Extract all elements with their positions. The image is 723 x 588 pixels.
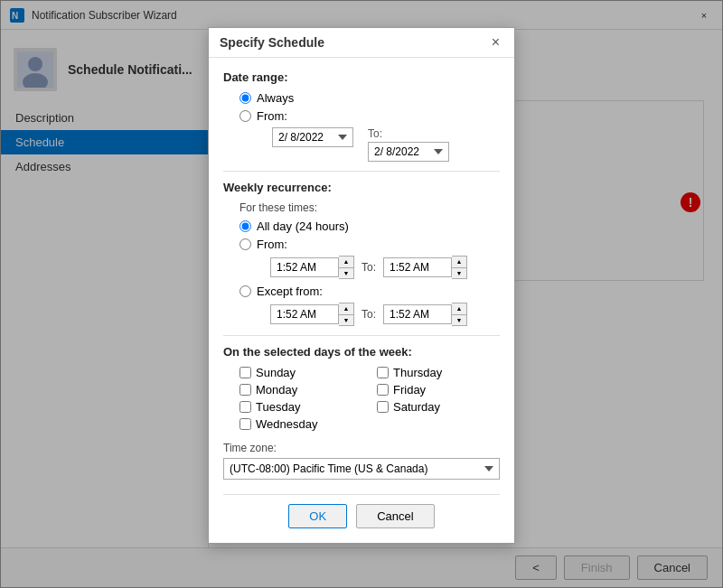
to-time-up[interactable]: ▲ <box>452 257 466 267</box>
to-time-down[interactable]: ▼ <box>452 267 466 278</box>
days-grid: Sunday Thursday Monday Friday <box>223 366 500 431</box>
to-time-spinner: ▲ ▼ <box>452 256 467 279</box>
monday-row: Monday <box>239 383 362 397</box>
monday-label: Monday <box>256 383 297 397</box>
from-radio[interactable] <box>239 110 251 122</box>
except-from-time-input[interactable] <box>270 304 339 324</box>
all-day-radio-row: All day (24 hours) <box>223 219 500 233</box>
for-these-times-label: For these times: <box>223 201 500 214</box>
except-from-time-spinner: ▲ ▼ <box>339 303 354 326</box>
ok-button[interactable]: OK <box>288 504 347 528</box>
except-to-time-input-wrap: ▲ ▼ <box>383 303 467 326</box>
friday-row: Friday <box>377 383 500 397</box>
except-to-label: To: <box>362 308 376 321</box>
dialog-buttons: OK Cancel <box>223 494 500 528</box>
weekly-recurrence-section: Weekly recurrence: For these times: All … <box>223 181 500 326</box>
timezone-select[interactable]: (UTC-08:00) Pacific Time (US & Canada) <box>223 458 500 480</box>
from-time-down[interactable]: ▼ <box>339 267 353 278</box>
tuesday-label: Tuesday <box>256 400 300 414</box>
from-time-input[interactable] <box>270 257 339 277</box>
always-radio-row: Always <box>223 91 500 105</box>
dialog-title-bar: Specify Schedule × <box>209 28 514 58</box>
weekly-recurrence-label: Weekly recurrence: <box>223 181 500 194</box>
except-from-radio-row: Except from: <box>223 285 500 298</box>
all-day-radio[interactable] <box>239 220 251 232</box>
from-time-label: From: <box>257 238 287 251</box>
wednesday-label: Wednesday <box>256 417 317 431</box>
except-to-time-spinner: ▲ ▼ <box>452 303 467 326</box>
specify-schedule-dialog: Specify Schedule × Date range: Always Fr… <box>208 27 515 544</box>
timezone-label: Time zone: <box>223 442 500 454</box>
saturday-label: Saturday <box>393 400 440 414</box>
date-range-section: Date range: Always From: 2/ 8/2022 <box>223 70 500 162</box>
from-label: From: <box>257 109 287 123</box>
from-date-group: 2/ 8/2022 <box>272 127 353 162</box>
except-from-time-down[interactable]: ▼ <box>339 314 353 325</box>
from-time-spinner: ▲ ▼ <box>339 256 354 279</box>
except-to-time-up[interactable]: ▲ <box>452 303 466 314</box>
from-to-radio-row: From: <box>223 109 500 123</box>
friday-label: Friday <box>393 383 426 397</box>
days-of-week-section: On the selected days of the week: Sunday… <box>223 345 500 431</box>
to-date-group: To: 2/ 8/2022 <box>368 127 449 162</box>
friday-checkbox[interactable] <box>377 384 389 396</box>
from-time-radio-row: From: <box>223 238 500 251</box>
dialog-close-button[interactable]: × <box>488 35 503 50</box>
always-radio[interactable] <box>239 92 251 104</box>
tuesday-checkbox[interactable] <box>239 401 251 413</box>
except-to-time-down[interactable]: ▼ <box>452 314 466 325</box>
wednesday-row: Wednesday <box>239 417 362 431</box>
saturday-row: Saturday <box>377 400 500 414</box>
to-time-input-wrap: ▲ ▼ <box>383 256 467 279</box>
except-from-radio[interactable] <box>239 285 251 297</box>
except-from-to-time-row: ▲ ▼ To: ▲ ▼ <box>270 303 500 326</box>
from-to-time-row: ▲ ▼ To: ▲ ▼ <box>270 256 500 279</box>
tuesday-row: Tuesday <box>239 400 362 414</box>
to-date-select[interactable]: 2/ 8/2022 <box>368 142 449 162</box>
thursday-label: Thursday <box>393 366 442 379</box>
from-time-radio[interactable] <box>239 238 251 250</box>
sunday-row: Sunday <box>239 366 362 379</box>
dialog-title: Specify Schedule <box>220 35 324 50</box>
to-time-label: To: <box>362 261 376 274</box>
from-time-input-wrap: ▲ ▼ <box>270 256 354 279</box>
sunday-label: Sunday <box>256 366 296 379</box>
except-from-time-input-wrap: ▲ ▼ <box>270 303 354 326</box>
wednesday-checkbox[interactable] <box>239 418 251 430</box>
days-of-week-label: On the selected days of the week: <box>223 345 500 359</box>
thursday-row: Thursday <box>377 366 500 379</box>
except-from-label: Except from: <box>257 285 323 298</box>
thursday-checkbox[interactable] <box>377 367 389 378</box>
from-date-select[interactable]: 2/ 8/2022 <box>272 127 353 147</box>
timezone-section: Time zone: (UTC-08:00) Pacific Time (US … <box>223 442 500 480</box>
to-date-label: To: <box>368 127 449 140</box>
always-label: Always <box>257 91 294 105</box>
dialog-cancel-button[interactable]: Cancel <box>356 504 434 528</box>
date-row: 2/ 8/2022 To: 2/ 8/2022 <box>256 127 500 162</box>
to-time-input[interactable] <box>383 257 452 277</box>
dialog-body: Date range: Always From: 2/ 8/2022 <box>209 58 514 543</box>
date-range-label: Date range: <box>223 70 500 84</box>
monday-checkbox[interactable] <box>239 384 251 396</box>
except-from-time-up[interactable]: ▲ <box>339 303 353 314</box>
all-day-label: All day (24 hours) <box>257 219 349 233</box>
modal-overlay: Specify Schedule × Date range: Always Fr… <box>0 0 723 588</box>
sunday-checkbox[interactable] <box>239 367 251 378</box>
except-to-time-input[interactable] <box>383 304 452 324</box>
saturday-checkbox[interactable] <box>377 401 389 413</box>
from-time-up[interactable]: ▲ <box>339 257 353 267</box>
